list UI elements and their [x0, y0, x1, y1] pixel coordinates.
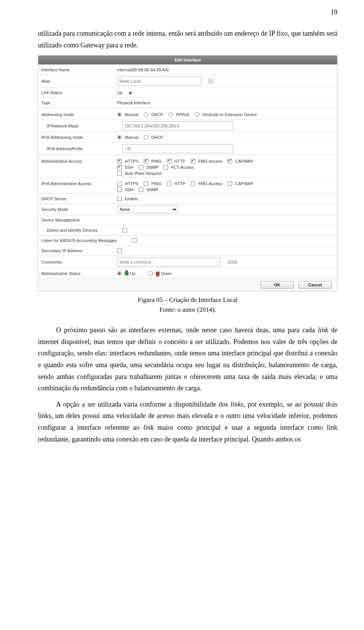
- chk6-ping[interactable]: PING: [144, 181, 162, 186]
- up-icon: [125, 272, 129, 275]
- chk-detect[interactable]: [122, 228, 129, 233]
- label-ipv6-prefix: IPv6 Address/Prefix: [38, 145, 121, 152]
- chk-fmg[interactable]: FMG-Access: [191, 159, 223, 163]
- chk-autoipsec[interactable]: Auto IPsec Request: [117, 171, 162, 176]
- checkbox-icon: [132, 238, 137, 243]
- radio-manual[interactable]: Manual: [117, 112, 138, 117]
- radio-icon: [144, 135, 148, 140]
- checkbox-icon: [117, 165, 122, 170]
- value-type: Physical Interface: [116, 99, 337, 107]
- checkbox-icon: [163, 165, 168, 170]
- chk-radius[interactable]: [132, 238, 138, 243]
- chk-ping[interactable]: PING: [144, 159, 162, 163]
- checkbox-icon: [144, 181, 148, 186]
- ipv6-prefix-input[interactable]: [122, 144, 233, 153]
- history-icon[interactable]: ≡: [208, 79, 213, 84]
- alias-input[interactable]: [117, 77, 201, 86]
- arrow-up-icon: [129, 91, 132, 94]
- figure-screenshot: Edit Interface Interface Nameinternal(08…: [38, 55, 337, 291]
- checkbox-icon: [191, 181, 195, 186]
- paragraph-3: A opção a ser utilizada varia conforme a…: [38, 399, 337, 445]
- checkbox-icon: [167, 181, 171, 186]
- radio-icon: [117, 112, 122, 117]
- comments-counter: 0/255: [228, 260, 237, 264]
- radio-ipv6-dhcp[interactable]: DHCP: [144, 135, 163, 140]
- label-security-mode: Security Mode: [38, 206, 116, 213]
- label-dhcp-server: DHCP Server: [38, 195, 116, 203]
- chk-snmp[interactable]: SNMP: [139, 165, 158, 170]
- label-interface-name: Interface Name: [38, 66, 116, 74]
- radio-icon: [117, 135, 122, 140]
- security-mode-select[interactable]: None: [117, 206, 178, 213]
- link-status-text: Up: [117, 90, 122, 95]
- radio-pppoe[interactable]: PPPoE: [168, 112, 189, 117]
- label-type: Type: [38, 99, 116, 107]
- ip-mask-input[interactable]: [122, 121, 233, 130]
- checkbox-icon: [228, 181, 232, 186]
- radio-status-up[interactable]: Up: [117, 271, 135, 276]
- down-icon: [156, 272, 160, 275]
- caption-source: Fonte: o autor (2014).: [159, 306, 216, 313]
- caption-title: Figura 05 – Criação de Interface Local: [138, 296, 237, 303]
- chk-https[interactable]: HTTPS: [117, 159, 138, 163]
- paragraph-2: O próximo passo são as interfaces extern…: [38, 324, 337, 394]
- label-radius: Listen for RADIUS Accounting Messages: [38, 237, 131, 244]
- ok-button[interactable]: OK: [260, 281, 294, 289]
- label-admin-status: Administrative Status: [38, 270, 116, 277]
- label-comments: Comments: [38, 258, 116, 266]
- checkbox-icon: [122, 228, 127, 233]
- radio-dedicate[interactable]: Dedicate to Extension Device: [195, 112, 257, 117]
- checkbox-icon: [144, 159, 148, 163]
- paragraph-1: utilizada para comunicação com a rede in…: [38, 28, 337, 51]
- value-interface-name: internal(08:5B:0E:64:39:A4): [116, 66, 337, 74]
- chk-http[interactable]: HTTP: [167, 159, 185, 163]
- radio-icon: [168, 112, 173, 117]
- checkbox-icon: [117, 187, 122, 192]
- p1-text: utilizada para comunicação com a rede in…: [38, 30, 337, 49]
- label-link-status: Link Status: [38, 89, 116, 96]
- checkbox-icon: [191, 159, 195, 163]
- chk-fct[interactable]: FCT-Access: [163, 165, 194, 170]
- radio-ipv6-manual[interactable]: Manual: [117, 135, 138, 140]
- label-admin-access: Administrative Access: [38, 157, 116, 165]
- checkbox-icon: [117, 196, 122, 201]
- label-addressing-mode: Addressing mode: [38, 111, 116, 118]
- radio-icon: [117, 271, 122, 276]
- chk-capwap[interactable]: CAPWAP: [228, 159, 253, 163]
- label-ipv6-mode: IPv6 Addressing mode: [38, 134, 116, 141]
- figure-caption: Figura 05 – Criação de Interface Local F…: [38, 295, 337, 314]
- chk6-https[interactable]: HTTPS: [117, 181, 138, 186]
- page-number: 19: [38, 8, 337, 16]
- checkbox-icon: [117, 181, 122, 186]
- chk6-fmg[interactable]: FMG-Access: [191, 181, 223, 186]
- checkbox-icon: [167, 159, 171, 163]
- chk6-capwap[interactable]: CAPWAP: [228, 181, 253, 186]
- checkbox-icon: [139, 187, 143, 192]
- radio-icon: [195, 112, 199, 117]
- chk6-ssh[interactable]: SSH: [117, 187, 133, 192]
- comments-input[interactable]: [117, 258, 220, 267]
- chk6-http[interactable]: HTTP: [167, 181, 185, 186]
- radio-status-down[interactable]: Down: [148, 271, 172, 276]
- chk-ssh[interactable]: SSH: [117, 165, 133, 170]
- label-ip-mask: IP/Network Mask: [38, 122, 121, 130]
- radio-icon: [144, 112, 148, 117]
- label-detect-devices: Detect and Identify Devices: [38, 226, 121, 234]
- radio-icon: [148, 271, 153, 276]
- chk-dhcp-enable[interactable]: Enable: [117, 196, 138, 201]
- label-secondary-ip: Secondary IP Address: [38, 247, 116, 255]
- checkbox-icon: [228, 159, 232, 163]
- checkbox-icon: [139, 165, 143, 170]
- panel-title: Edit Interface: [38, 55, 337, 64]
- checkbox-icon: [117, 171, 122, 176]
- chk-secondary-ip[interactable]: [117, 248, 123, 253]
- radio-dhcp[interactable]: DHCP: [144, 112, 163, 117]
- checkbox-icon: [117, 248, 122, 253]
- chk6-snmp[interactable]: SNMP: [139, 187, 158, 192]
- label-device-management: Device Management: [38, 216, 116, 224]
- label-ipv6-admin-access: IPv6 Administrative Access: [38, 180, 116, 187]
- cancel-button[interactable]: Cancel: [298, 281, 332, 289]
- checkbox-icon: [117, 159, 122, 163]
- label-alias: Alias: [38, 77, 116, 85]
